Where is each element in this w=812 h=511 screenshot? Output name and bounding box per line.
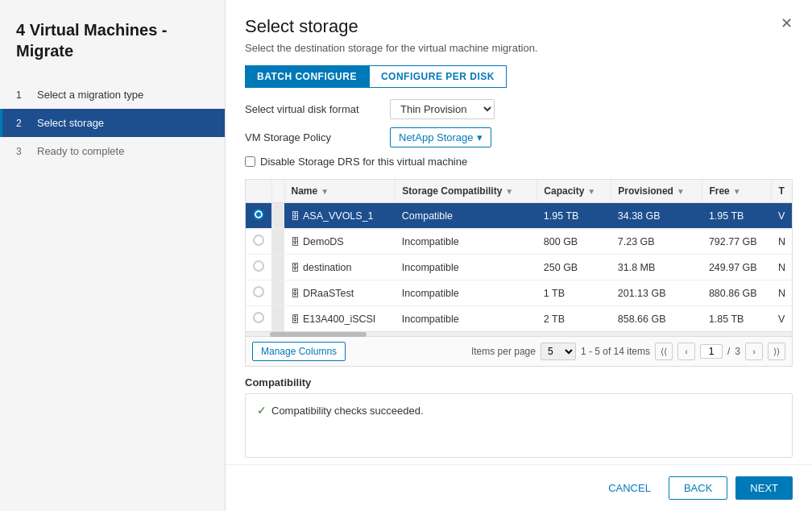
storage-free: 792.77 GB: [702, 229, 772, 255]
col-capacity: Capacity ▼: [537, 180, 611, 203]
disk-format-label: Select virtual disk format: [245, 103, 390, 115]
items-info: 1 - 5 of 14 items: [581, 346, 650, 357]
storage-provisioned: 201.13 GB: [611, 280, 702, 306]
provisioned-sort-icon[interactable]: ▼: [677, 187, 685, 196]
sidebar-step-3[interactable]: 3 Ready to complete: [0, 137, 225, 165]
check-icon: ✓: [257, 404, 267, 417]
step-1-number: 1: [16, 89, 29, 101]
radio-cell[interactable]: [246, 306, 271, 332]
storage-compatibility: Incompatible: [396, 280, 537, 306]
radio-button[interactable]: [253, 260, 264, 272]
storage-name: 🗄E13A400_iSCSI: [284, 306, 396, 332]
compatibility-section: Compatibility ✓ Compatibility checks suc…: [245, 376, 793, 458]
step-1-label: Select a migration type: [37, 89, 143, 101]
step-2-number: 2: [16, 118, 29, 129]
storage-icon: 🗄: [291, 314, 300, 324]
table-row[interactable]: 🗄DemoDSIncompatible800 GB7.23 GB792.77 G…: [246, 229, 792, 255]
storage-free: 880.86 GB: [702, 280, 772, 306]
storage-capacity: 2 TB: [537, 306, 611, 332]
cancel-button[interactable]: CANCEL: [599, 476, 661, 500]
table-row[interactable]: 🗄E13A400_iSCSIIncompatible2 TB858.66 GB1…: [246, 306, 792, 332]
name-sort-icon[interactable]: ▼: [321, 187, 329, 196]
radio-button[interactable]: [253, 209, 264, 220]
per-page-select[interactable]: 5 10 25: [541, 343, 576, 360]
tab-bar: BATCH CONFIGURE CONFIGURE PER DISK: [245, 65, 793, 88]
step-2-label: Select storage: [37, 117, 104, 129]
storage-free: 1.95 TB: [702, 203, 772, 229]
main-panel: ✕ Select storage Select the destination …: [226, 0, 812, 511]
table-scrollbar[interactable]: [246, 331, 792, 336]
table-row[interactable]: 🗄DRaaSTestIncompatible1 TB201.13 GB880.8…: [246, 280, 792, 306]
divider-cell: [271, 306, 284, 332]
storage-table: Name ▼ Storage Compatibility ▼: [246, 180, 792, 331]
storage-policy-select[interactable]: NetApp Storage ▾: [390, 127, 491, 147]
compatibility-title: Compatibility: [245, 376, 793, 388]
table-body: 🗄ASA_VVOLS_1Compatible1.95 TB34.38 GB1.9…: [246, 203, 792, 332]
storage-type: N: [772, 280, 792, 306]
radio-cell[interactable]: [246, 255, 271, 280]
table-row[interactable]: 🗄destinationIncompatible250 GB31.8 MB249…: [246, 255, 792, 280]
compatibility-box: ✓ Compatibility checks succeeded.: [245, 393, 793, 458]
scrollbar-thumb: [270, 332, 367, 337]
col-compatibility: Storage Compatibility ▼: [396, 180, 537, 203]
prev-page-button[interactable]: ‹: [677, 343, 695, 360]
dialog-title: 4 Virtual Machines - Migrate: [0, 19, 225, 81]
sidebar-step-1[interactable]: 1 Select a migration type: [0, 81, 225, 109]
last-page-button[interactable]: ⟩⟩: [768, 343, 785, 360]
storage-compatibility: Incompatible: [396, 255, 537, 280]
next-page-button[interactable]: ›: [745, 343, 763, 360]
tab-configure-per-disk[interactable]: CONFIGURE PER DISK: [369, 65, 507, 88]
compatibility-sort-icon[interactable]: ▼: [505, 187, 513, 196]
storage-capacity: 800 GB: [537, 229, 611, 255]
chevron-down-icon: ▾: [477, 131, 483, 143]
storage-icon: 🗄: [291, 289, 300, 298]
radio-button[interactable]: [253, 312, 264, 323]
dialog-footer: CANCEL BACK NEXT: [226, 464, 812, 511]
storage-name: 🗄DemoDS: [284, 229, 396, 255]
disk-format-select[interactable]: Thin Provision: [390, 99, 495, 119]
storage-provisioned: 7.23 GB: [611, 229, 702, 255]
col-provisioned: Provisioned ▼: [611, 180, 702, 203]
capacity-sort-icon[interactable]: ▼: [587, 187, 595, 196]
first-page-button[interactable]: ⟨⟨: [655, 343, 673, 360]
divider-cell: [271, 203, 284, 229]
storage-capacity: 1 TB: [537, 280, 611, 306]
storage-icon: 🗄: [291, 237, 300, 247]
radio-cell[interactable]: [246, 203, 271, 229]
storage-provisioned: 858.66 GB: [611, 306, 702, 332]
form-area: Select virtual disk format Thin Provisio…: [226, 99, 812, 168]
back-button[interactable]: BACK: [669, 476, 727, 500]
table-row[interactable]: 🗄ASA_VVOLS_1Compatible1.95 TB34.38 GB1.9…: [246, 203, 792, 229]
disk-format-row: Select virtual disk format Thin Provisio…: [245, 99, 793, 119]
close-button[interactable]: ✕: [776, 15, 798, 32]
step-3-number: 3: [16, 146, 29, 157]
storage-type: V: [772, 203, 792, 229]
radio-cell[interactable]: [246, 280, 271, 306]
disable-drs-label: Disable Storage DRS for this virtual mac…: [260, 156, 467, 168]
manage-columns-button[interactable]: Manage Columns: [252, 342, 346, 361]
free-sort-icon[interactable]: ▼: [733, 187, 741, 196]
radio-cell[interactable]: [246, 229, 271, 255]
main-content: Select virtual disk format Thin Provisio…: [226, 99, 812, 511]
radio-button[interactable]: [253, 286, 264, 297]
radio-button[interactable]: [253, 235, 264, 246]
table-header-row: Name ▼ Storage Compatibility ▼: [246, 180, 792, 203]
table-footer: Manage Columns Items per page 5 10 25 1 …: [246, 336, 792, 366]
storage-compatibility: Compatible: [396, 203, 537, 229]
storage-provisioned: 31.8 MB: [611, 255, 702, 280]
storage-type: V: [772, 306, 792, 332]
storage-provisioned: 34.38 GB: [611, 203, 702, 229]
next-button[interactable]: NEXT: [735, 476, 793, 500]
storage-capacity: 1.95 TB: [537, 203, 611, 229]
tab-batch-configure[interactable]: BATCH CONFIGURE: [245, 65, 369, 88]
page-input[interactable]: [700, 344, 723, 359]
items-per-page-label: Items per page: [471, 346, 536, 357]
storage-policy-value: NetApp Storage: [399, 131, 474, 143]
storage-free: 1.85 TB: [702, 306, 772, 332]
pagination: Items per page 5 10 25 1 - 5 of 14 items…: [471, 343, 785, 360]
sidebar-step-2[interactable]: 2 Select storage: [0, 109, 225, 137]
compatibility-success: ✓ Compatibility checks succeeded.: [257, 404, 781, 417]
disable-drs-row: Disable Storage DRS for this virtual mac…: [245, 156, 793, 168]
disable-drs-checkbox[interactable]: [245, 156, 255, 167]
col-type: T: [772, 180, 792, 203]
